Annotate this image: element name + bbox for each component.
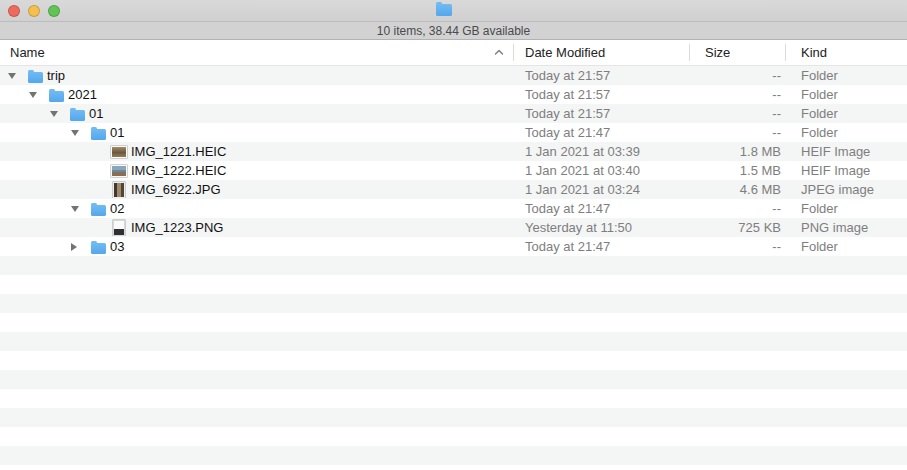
size-cell: 4.6 MB	[689, 182, 785, 197]
folder-icon	[91, 243, 106, 254]
folder-icon	[91, 205, 106, 216]
name-cell: IMG_1221.HEIC	[0, 143, 513, 160]
file-name: IMG_6922.JPG	[131, 182, 221, 197]
file-name: trip	[47, 68, 65, 83]
table-row[interactable]: trip Today at 21:57 -- Folder	[0, 66, 907, 85]
file-name: IMG_1223.PNG	[131, 220, 224, 235]
size-cell: --	[689, 239, 785, 254]
file-name: 03	[110, 239, 124, 254]
column-header-name-label: Name	[10, 45, 45, 60]
disclosure-triangle-icon[interactable]	[8, 73, 16, 79]
file-name: 01	[110, 125, 124, 140]
indent-spacer	[8, 151, 92, 152]
file-name: 02	[110, 201, 124, 216]
table-row[interactable]: 2021 Today at 21:57 -- Folder	[0, 85, 907, 104]
row-icon	[111, 181, 127, 198]
name-cell: IMG_6922.JPG	[0, 181, 513, 198]
disclosure-box	[71, 130, 90, 136]
table-row[interactable]: IMG_6922.JPG 1 Jan 2021 at 03:24 4.6 MB …	[0, 180, 907, 199]
row-icon	[48, 86, 64, 103]
kind-cell: Folder	[785, 201, 907, 216]
kind-cell: PNG image	[785, 220, 907, 235]
date-modified-cell: Yesterday at 11:50	[513, 220, 689, 235]
name-cell: trip	[0, 67, 513, 84]
date-modified-cell: Today at 21:47	[513, 239, 689, 254]
finder-window: 10 items, 38.44 GB available Name Date M…	[0, 0, 907, 470]
disclosure-triangle-icon[interactable]	[50, 111, 58, 117]
table-row[interactable]: IMG_1222.HEIC 1 Jan 2021 at 03:40 1.5 MB…	[0, 161, 907, 180]
table-row[interactable]: IMG_1221.HEIC 1 Jan 2021 at 03:39 1.8 MB…	[0, 142, 907, 161]
disclosure-box	[71, 206, 90, 212]
name-cell: 03	[0, 238, 513, 255]
kind-cell: HEIF Image	[785, 163, 907, 178]
row-icon	[90, 200, 106, 217]
date-modified-cell: Today at 21:47	[513, 125, 689, 140]
row-icon	[90, 124, 106, 141]
name-cell: IMG_1223.PNG	[0, 219, 513, 236]
name-cell: IMG_1222.HEIC	[0, 162, 513, 179]
status-text: 10 items, 38.44 GB available	[377, 24, 530, 38]
folder-icon	[49, 91, 64, 102]
folder-icon	[70, 110, 85, 121]
kind-cell: Folder	[785, 125, 907, 140]
date-modified-cell: Today at 21:57	[513, 68, 689, 83]
size-cell: 725 KB	[689, 220, 785, 235]
title-bar[interactable]	[0, 0, 907, 22]
file-list[interactable]: trip Today at 21:57 -- Folder 2021 Today…	[0, 66, 907, 470]
status-bar: 10 items, 38.44 GB available	[0, 22, 907, 40]
disclosure-triangle-icon[interactable]	[71, 243, 77, 251]
row-icon	[69, 105, 85, 122]
disclosure-box	[8, 73, 27, 79]
sort-ascending-icon	[494, 49, 504, 56]
table-row[interactable]: 02 Today at 21:47 -- Folder	[0, 199, 907, 218]
kind-cell: Folder	[785, 239, 907, 254]
size-cell: 1.5 MB	[689, 163, 785, 178]
row-icon	[111, 143, 127, 160]
folder-icon	[28, 72, 43, 83]
column-header-kind[interactable]: Kind	[785, 40, 907, 65]
column-header-size[interactable]: Size	[689, 40, 785, 65]
column-header-date-modified[interactable]: Date Modified	[513, 40, 689, 65]
indent-spacer	[8, 189, 92, 190]
column-header-name[interactable]: Name	[0, 40, 513, 65]
column-header-size-label: Size	[705, 45, 730, 60]
column-header-row: Name Date Modified Size Kind	[0, 40, 907, 66]
close-button[interactable]	[8, 5, 20, 17]
table-row[interactable]: 01 Today at 21:57 -- Folder	[0, 104, 907, 123]
date-modified-cell: Today at 21:57	[513, 106, 689, 121]
indent-spacer	[8, 246, 71, 247]
table-row[interactable]: 01 Today at 21:47 -- Folder	[0, 123, 907, 142]
size-cell: --	[689, 106, 785, 121]
size-cell: 1.8 MB	[689, 144, 785, 159]
size-cell: --	[689, 68, 785, 83]
zoom-button[interactable]	[48, 5, 60, 17]
name-cell: 01	[0, 124, 513, 141]
disclosure-triangle-icon[interactable]	[71, 130, 79, 136]
column-header-kind-label: Kind	[801, 45, 827, 60]
file-name: IMG_1221.HEIC	[131, 144, 226, 159]
disclosure-box	[71, 243, 90, 251]
date-modified-cell: 1 Jan 2021 at 03:40	[513, 163, 689, 178]
name-cell: 02	[0, 200, 513, 217]
date-modified-cell: Today at 21:57	[513, 87, 689, 102]
window-proxy-icon[interactable]	[436, 4, 452, 16]
indent-spacer	[8, 132, 71, 133]
minimize-button[interactable]	[28, 5, 40, 17]
date-modified-cell: Today at 21:47	[513, 201, 689, 216]
disclosure-box	[29, 92, 48, 98]
name-cell: 2021	[0, 86, 513, 103]
disclosure-triangle-icon[interactable]	[71, 206, 79, 212]
kind-cell: Folder	[785, 68, 907, 83]
table-row[interactable]: 03 Today at 21:47 -- Folder	[0, 237, 907, 256]
folder-icon	[91, 129, 106, 140]
kind-cell: Folder	[785, 87, 907, 102]
file-name: 01	[89, 106, 103, 121]
indent-spacer	[8, 227, 92, 228]
kind-cell: HEIF Image	[785, 144, 907, 159]
table-row[interactable]: IMG_1223.PNG Yesterday at 11:50 725 KB P…	[0, 218, 907, 237]
name-cell: 01	[0, 105, 513, 122]
column-header-date-label: Date Modified	[525, 45, 605, 60]
disclosure-triangle-icon[interactable]	[29, 92, 37, 98]
kind-cell: Folder	[785, 106, 907, 121]
row-icon	[90, 238, 106, 255]
